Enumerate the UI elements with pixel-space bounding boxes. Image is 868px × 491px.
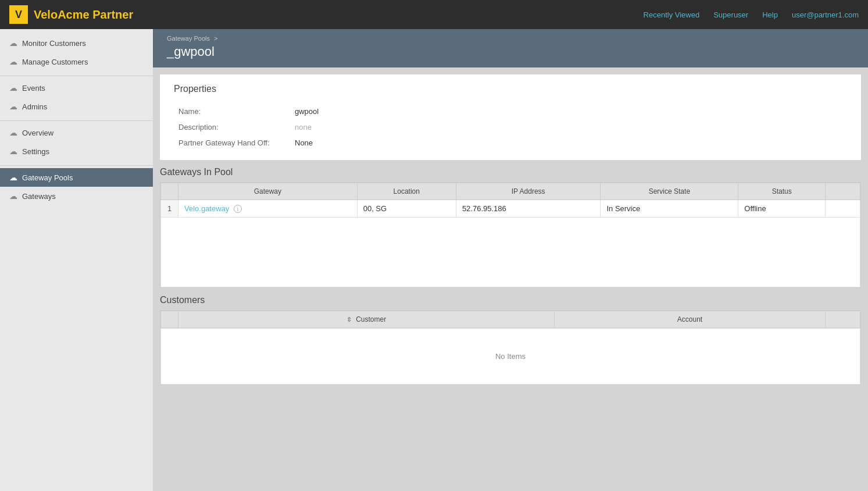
row-service-state: In Service [601, 200, 738, 218]
row-actions [826, 200, 860, 218]
customers-section-title: Customers [160, 295, 861, 305]
cloud-icon: ☁ [9, 38, 17, 48]
property-row-description: Description: none [174, 119, 847, 135]
sidebar-item-events[interactable]: ☁ Events [0, 79, 153, 97]
col-header-location: Location [357, 183, 456, 200]
gateways-in-pool-section: Gateways In Pool Gateway Location IP Add… [160, 167, 861, 288]
sidebar-item-gateway-pools[interactable]: ☁ Gateway Pools [0, 168, 153, 187]
sidebar-item-label: Gateway Pools [22, 173, 73, 182]
cloud-icon: ☁ [9, 57, 17, 66]
page-header: Gateway Pools > _gwpool [153, 29, 868, 67]
sidebar-section-events: ☁ Events ☁ Admins [0, 79, 153, 116]
customers-section: Customers ⇳ Customer Account [160, 295, 861, 385]
cloud-icon: ☁ [9, 173, 17, 182]
col-header-actions [826, 183, 860, 200]
customers-table-header-row: ⇳ Customer Account [161, 311, 860, 328]
properties-section: Properties Name: gwpool Description: non… [160, 74, 861, 160]
logo-box: V [9, 5, 28, 24]
properties-section-title: Properties [174, 84, 847, 94]
customers-table-wrapper: ⇳ Customer Account No Items [160, 310, 861, 385]
property-value: none [290, 119, 847, 135]
cloud-icon: ☁ [9, 102, 17, 111]
sidebar-item-label: Manage Customers [22, 58, 88, 66]
page-title: _gwpool [167, 44, 854, 59]
row-number: 1 [161, 200, 178, 218]
sidebar-item-label: Admins [22, 102, 47, 111]
cloud-icon: ☁ [9, 83, 17, 92]
property-label: Description: [174, 119, 290, 135]
row-ip: 52.76.95.186 [456, 200, 601, 218]
empty-cell [161, 218, 860, 287]
property-row-handoff: Partner Gateway Hand Off: None [174, 135, 847, 151]
sort-icon: ⇳ [347, 316, 352, 323]
col-header-account: Account [555, 311, 826, 328]
top-navigation: V VeloAcme Partner Recently Viewed Super… [0, 0, 868, 29]
sidebar-section-customers: ☁ Monitor Customers ☁ Manage Customers [0, 34, 153, 71]
breadcrumb-parent-link[interactable]: Gateway Pools [167, 35, 210, 42]
col-header-customer[interactable]: ⇳ Customer [178, 311, 555, 328]
sidebar-divider [0, 120, 153, 121]
sidebar-divider [0, 165, 153, 166]
sidebar-item-admins[interactable]: ☁ Admins [0, 97, 153, 116]
sidebar-item-label: Overview [22, 129, 53, 137]
breadcrumb: Gateway Pools > [167, 35, 854, 42]
main-content: Gateway Pools > _gwpool Properties Name:… [153, 29, 868, 491]
logo-letter: V [15, 9, 22, 21]
property-row-name: Name: gwpool [174, 104, 847, 119]
col-header-num [161, 311, 178, 328]
row-status: Offline [738, 200, 826, 218]
gateway-link[interactable]: Velo.gateway [184, 204, 229, 213]
cloud-icon: ☁ [9, 128, 17, 137]
sidebar-item-label: Events [22, 84, 45, 92]
cloud-icon: ☁ [9, 191, 17, 201]
sidebar-item-settings[interactable]: ☁ Settings [0, 142, 153, 161]
col-header-actions [826, 311, 860, 328]
property-value: gwpool [290, 104, 847, 119]
no-items-message: No Items [160, 328, 860, 385]
gateways-table-header-row: Gateway Location IP Address Service Stat… [161, 183, 860, 200]
property-label: Name: [174, 104, 290, 119]
app-title: VeloAcme Partner [34, 8, 133, 22]
gateways-table-wrapper: Gateway Location IP Address Service Stat… [160, 182, 861, 288]
row-gateway: Velo.gateway i [178, 200, 358, 218]
sidebar-item-manage-customers[interactable]: ☁ Manage Customers [0, 52, 153, 71]
col-header-customer-label: Customer [356, 315, 386, 323]
customers-table: ⇳ Customer Account [160, 311, 860, 328]
sidebar: ☁ Monitor Customers ☁ Manage Customers ☁… [0, 29, 153, 491]
col-header-status: Status [738, 183, 826, 200]
sidebar-divider [0, 76, 153, 76]
empty-row [161, 218, 860, 287]
sidebar-item-label: Settings [22, 147, 49, 156]
sidebar-item-gateways[interactable]: ☁ Gateways [0, 187, 153, 205]
superuser-link[interactable]: Superuser [713, 10, 748, 19]
row-location: 00, SG [357, 200, 456, 218]
property-value: None [290, 135, 847, 151]
gateways-in-pool-title: Gateways In Pool [160, 167, 861, 177]
sidebar-section-gateways: ☁ Gateway Pools ☁ Gateways [0, 168, 153, 205]
page-layout: ☁ Monitor Customers ☁ Manage Customers ☁… [0, 29, 868, 491]
logo-area: V VeloAcme Partner [9, 5, 133, 24]
user-email: user@partner1.com [792, 10, 859, 19]
properties-table: Name: gwpool Description: none Partner G… [174, 104, 847, 151]
sidebar-item-label: Monitor Customers [22, 39, 86, 48]
breadcrumb-separator: > [214, 35, 217, 42]
sidebar-section-overview: ☁ Overview ☁ Settings [0, 123, 153, 161]
info-icon[interactable]: i [234, 205, 242, 213]
sidebar-item-overview[interactable]: ☁ Overview [0, 123, 153, 142]
table-row: 1 Velo.gateway i 00, SG 52.76.95.186 In … [161, 200, 860, 218]
recently-viewed-link[interactable]: Recently Viewed [644, 10, 700, 19]
col-header-service-state: Service State [601, 183, 738, 200]
topnav-links: Recently Viewed Superuser Help user@part… [644, 10, 859, 19]
sidebar-item-label: Gateways [22, 192, 56, 201]
col-header-ip: IP Address [456, 183, 601, 200]
sidebar-item-monitor-customers[interactable]: ☁ Monitor Customers [0, 34, 153, 52]
cloud-icon: ☁ [9, 147, 17, 156]
col-header-num [161, 183, 178, 200]
gateways-table: Gateway Location IP Address Service Stat… [160, 183, 860, 287]
property-label: Partner Gateway Hand Off: [174, 135, 290, 151]
col-header-gateway: Gateway [178, 183, 358, 200]
help-link[interactable]: Help [762, 10, 778, 19]
